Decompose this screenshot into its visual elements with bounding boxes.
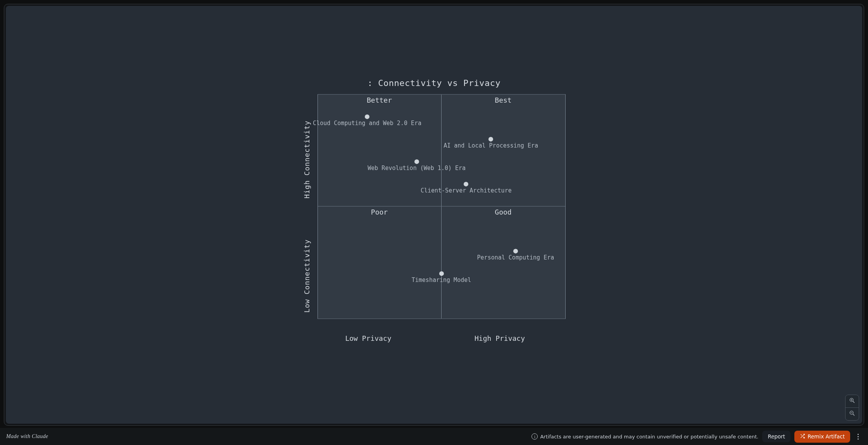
quadrant-grid: Better Best Poor Good Cloud Computing an… [318, 94, 566, 319]
artifact-notice: i Artifacts are user-generated and may c… [531, 433, 758, 440]
artifact-outer-frame: : Connectivity vs Privacy High Connectiv… [4, 4, 864, 426]
quadrant-chart: : Connectivity vs Privacy High Connectiv… [260, 78, 609, 331]
quadrant-bottom-left: Poor [318, 206, 442, 318]
quadrant-top-left: Better [318, 94, 442, 206]
svg-line-1 [853, 401, 854, 403]
zoom-in-icon [849, 397, 855, 405]
x-axis-low-label: Low Privacy [303, 331, 434, 342]
y-axis-high-label: High Connectivity [303, 119, 311, 200]
remix-button[interactable]: Remix Artifact [794, 431, 850, 443]
remix-button-label: Remix Artifact [808, 433, 845, 440]
chart-title: : Connectivity vs Privacy [260, 78, 609, 88]
shuffle-icon [800, 433, 805, 440]
zoom-in-button[interactable] [846, 395, 859, 407]
more-menu-button[interactable] [854, 432, 862, 441]
zoom-out-button[interactable] [846, 407, 859, 420]
quadrant-top-right: Best [442, 94, 565, 206]
report-button-label: Report [768, 433, 785, 440]
footer-bar: Made with Claude i Artifacts are user-ge… [0, 428, 868, 445]
quadrant-area: High Connectivity Low Connectivity Bette… [303, 94, 566, 331]
svg-line-5 [853, 414, 854, 416]
made-with-prefix: Made with [6, 433, 32, 439]
made-with-label: Made with Claude [6, 433, 48, 440]
quadrant-label-bottom-right: Good [442, 208, 565, 216]
app-root: : Connectivity vs Privacy High Connectiv… [0, 0, 868, 445]
made-with-brand: Claude [32, 433, 48, 439]
info-icon: i [531, 433, 538, 440]
zoom-out-icon [849, 410, 855, 418]
report-button[interactable]: Report [762, 431, 790, 442]
quadrant-label-top-right: Best [442, 96, 565, 104]
artifact-canvas: : Connectivity vs Privacy High Connectiv… [6, 6, 862, 424]
artifact-notice-text: Artifacts are user-generated and may con… [540, 434, 758, 440]
x-axis-high-label: High Privacy [434, 331, 566, 342]
quadrant-label-top-left: Better [318, 96, 441, 104]
quadrant-bottom-right: Good [442, 206, 565, 318]
zoom-controls [845, 395, 859, 421]
quadrant-label-bottom-left: Poor [318, 208, 441, 216]
y-axis-low-label: Low Connectivity [303, 237, 311, 314]
